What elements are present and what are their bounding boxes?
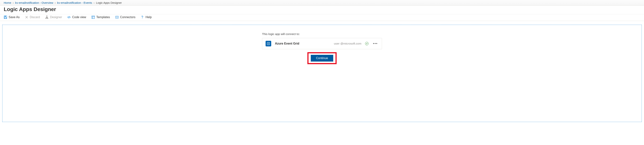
- help-button[interactable]: Help: [140, 15, 152, 19]
- chevron-right-icon: ›: [55, 1, 56, 4]
- help-icon: [140, 15, 144, 19]
- connectors-label: Connectors: [120, 15, 136, 19]
- annotation-highlight: Continue: [308, 52, 336, 64]
- templates-button[interactable]: Templates: [92, 15, 110, 19]
- svg-rect-7: [47, 18, 48, 19]
- svg-rect-14: [267, 42, 270, 45]
- connectors-button[interactable]: Connectors: [115, 15, 136, 19]
- save-icon: [4, 15, 7, 19]
- save-as-button[interactable]: Save As: [4, 15, 20, 19]
- flow-icon: [45, 15, 48, 19]
- connection-service-name: Azure Event Grid: [275, 42, 299, 45]
- svg-rect-12: [116, 16, 118, 18]
- more-options-button[interactable]: •••: [372, 42, 378, 46]
- code-view-label: Code view: [72, 15, 86, 19]
- help-label: Help: [146, 15, 152, 19]
- connect-to-label: This logic app will connect to:: [262, 32, 382, 36]
- templates-label: Templates: [96, 15, 110, 19]
- svg-rect-9: [92, 16, 94, 19]
- close-icon: [25, 15, 28, 19]
- continue-wrap: Continue: [262, 52, 382, 64]
- breadcrumb-kv-overview[interactable]: kv-emailnotification - Overview: [15, 1, 53, 4]
- code-icon: [67, 15, 71, 19]
- connection-row: Azure Event Grid user @microsoft.com •••: [262, 38, 382, 49]
- svg-line-8: [69, 16, 69, 18]
- azure-event-grid-icon: [266, 41, 271, 46]
- designer-canvas: This logic app will connect to: Azure Ev…: [2, 25, 642, 122]
- discard-label: Discard: [30, 15, 40, 19]
- toolbar: Save As Discard Designer Code view: [0, 14, 644, 21]
- breadcrumb-kv-events[interactable]: kv-emailnotification - Events: [57, 1, 92, 4]
- breadcrumb-current: Logic Apps Designer: [96, 1, 122, 4]
- chevron-right-icon: ›: [13, 1, 14, 4]
- save-as-label: Save As: [8, 15, 20, 19]
- designer-label: Designer: [50, 15, 62, 19]
- connection-account: user @microsoft.com: [334, 42, 361, 45]
- breadcrumb-home[interactable]: Home: [4, 1, 11, 4]
- svg-rect-1: [5, 16, 6, 17]
- svg-rect-2: [4, 17, 6, 18]
- connectors-icon: [115, 15, 119, 19]
- check-circle-icon: [365, 42, 368, 45]
- svg-rect-6: [46, 18, 46, 19]
- code-view-button[interactable]: Code view: [67, 15, 86, 19]
- continue-button[interactable]: Continue: [311, 55, 333, 62]
- chevron-right-icon: ›: [94, 1, 95, 4]
- designer-button[interactable]: Designer: [45, 15, 62, 19]
- connection-block: This logic app will connect to: Azure Ev…: [262, 32, 382, 64]
- templates-icon: [92, 15, 95, 19]
- discard-button[interactable]: Discard: [25, 15, 40, 19]
- svg-rect-5: [46, 16, 48, 16]
- page-title: Logic Apps Designer: [0, 5, 644, 14]
- svg-point-13: [142, 18, 142, 18]
- breadcrumb: Home › kv-emailnotification - Overview ›…: [0, 0, 644, 5]
